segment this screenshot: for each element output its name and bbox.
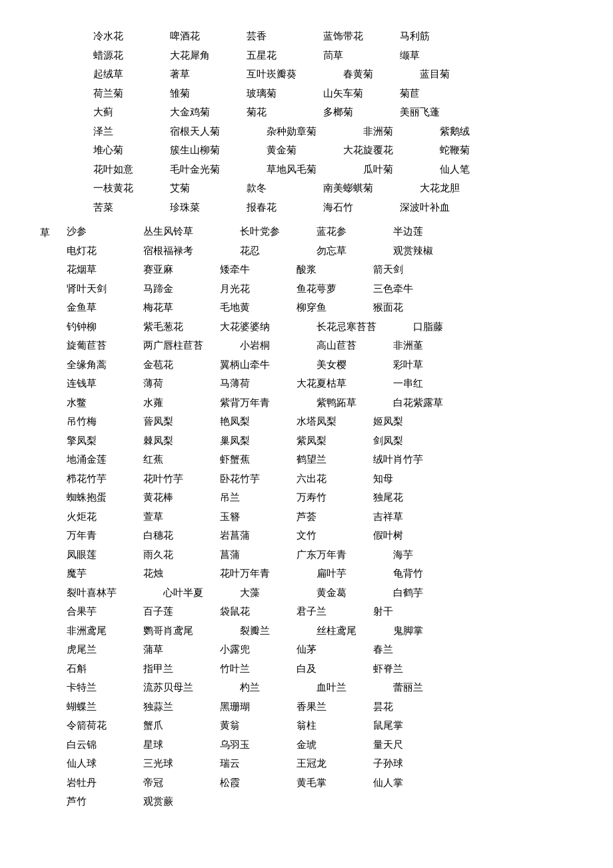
cell: 乌羽玉	[220, 735, 297, 755]
row-1-26: 令箭荷花蟹爪黄翁翁柱鼠尾掌	[67, 716, 490, 735]
cell: 毛地黄	[220, 298, 297, 317]
cell: 萱草	[143, 507, 220, 527]
cell: 茼草	[323, 46, 400, 65]
row-0-6: 堆心菊簇生山柳菊黄金菊大花旋覆花蛇鞭菊	[93, 141, 573, 160]
cell: 深波叶补血	[400, 198, 496, 217]
cell: 魔芋	[67, 564, 143, 583]
cell: 长叶党参	[240, 222, 316, 241]
row-0-9: 苦菜珍珠菜报春花海石竹深波叶补血	[93, 198, 573, 217]
cell: 白云锦	[67, 735, 143, 755]
row-1-20: 合果芋百子莲袋鼠花君子兰射干	[67, 602, 490, 621]
cell: 鬼脚掌	[393, 621, 470, 641]
cell: 赛亚麻	[143, 260, 220, 279]
cell: 彩叶草	[393, 355, 470, 375]
cell: 蓝饰带花	[323, 27, 400, 46]
cell: 电灯花	[67, 241, 143, 261]
cell: 美丽飞蓬	[400, 103, 476, 122]
cell: 三色牵牛	[373, 279, 450, 299]
cell: 知母	[373, 469, 450, 489]
cell: 大藻	[240, 583, 316, 603]
row-1-12: 地涌金莲红蕉虾蟹蕉鹤望兰绒叶肖竹芋	[67, 450, 490, 469]
row-1-0: 沙参丛生风铃草长叶党参蓝花参半边莲	[67, 222, 490, 241]
cell: 大蓟	[93, 103, 170, 122]
cell: 指甲兰	[143, 659, 220, 679]
cell: 玻璃菊	[247, 84, 323, 103]
cell: 宿根天人菊	[170, 122, 267, 141]
row-1-10: 吊竹梅蒈凤梨艳凤梨水塔凤梨姬凤梨	[67, 412, 490, 431]
cell: 蜡源花	[93, 46, 170, 65]
cell: 互叶崁瓣葵	[247, 65, 343, 84]
cell: 金琥	[297, 735, 373, 755]
cell: 猴面花	[373, 298, 450, 317]
cell: 岩菖蒲	[220, 526, 297, 545]
cell: 花忍	[240, 241, 316, 261]
cell: 火炬花	[67, 507, 143, 527]
cell: 小岩桐	[240, 336, 316, 355]
cell: 大金鸡菊	[170, 103, 247, 122]
cell: 马利筋	[400, 27, 476, 46]
cell: 薄荷	[143, 374, 220, 393]
cell: 血叶兰	[316, 678, 393, 697]
cell: 擎凤梨	[67, 431, 143, 451]
cell: 非洲菊	[363, 122, 440, 141]
cell: 金苞花	[143, 355, 220, 375]
row-1-7: 全缘角蒿金苞花翼柄山牵牛美女樱彩叶草	[67, 355, 490, 375]
cell: 南美蟛蜞菊	[323, 179, 420, 198]
cell: 堆心菊	[93, 141, 170, 160]
cell: 星球	[143, 735, 220, 755]
row-0-0: 冷水花啤酒花芸香蓝饰带花马利筋	[93, 27, 573, 46]
cell: 仙人掌	[373, 773, 450, 793]
cell: 白及	[297, 659, 373, 679]
cell: 两广唇柱苣苔	[143, 336, 240, 355]
row-0-5: 泽兰宿根天人菊杂种勋章菊非洲菊紫鹅绒	[93, 122, 573, 141]
cell: 春兰	[373, 640, 450, 659]
cell: 山矢车菊	[323, 84, 400, 103]
row-1-29: 岩牡丹帝冠松霞黄毛掌仙人掌	[67, 773, 490, 793]
cell: 量天尺	[373, 735, 450, 755]
cell: 沙参	[67, 222, 143, 241]
cell: 蓝花参	[316, 222, 393, 241]
cell: 雏菊	[170, 84, 247, 103]
cell: 菊花	[247, 103, 323, 122]
row-1-4: 金鱼草梅花草毛地黄柳穿鱼猴面花	[67, 298, 490, 317]
cell: 钓钟柳	[67, 317, 143, 337]
cell: 鹦哥肖鸢尾	[143, 621, 240, 641]
cell: 蒈凤梨	[143, 412, 220, 431]
cell: 假叶树	[373, 526, 450, 545]
cell: 缬草	[400, 46, 476, 65]
cell: 广东万年青	[297, 545, 393, 565]
row-1-2: 花烟草赛亚麻矮牵牛酸浆箭天剑	[67, 260, 490, 279]
cell: 紫毛葱花	[143, 317, 220, 337]
cell: 酸浆	[297, 260, 373, 279]
cell: 宿根福禄考	[143, 241, 240, 261]
cell: 令箭荷花	[67, 716, 143, 735]
cell: 冷水花	[93, 27, 170, 46]
cell: 吊兰	[220, 488, 297, 507]
cell: 卡特兰	[67, 678, 143, 697]
cell: 丝柱鸢尾	[316, 621, 393, 641]
row-1-25: 蝴蝶兰独蒜兰黑珊瑚香果兰昙花	[67, 697, 490, 717]
cell: 裂叶喜林芋	[67, 583, 163, 603]
cell: 红蕉	[143, 450, 220, 469]
row-1-24: 卡特兰流苏贝母兰杓兰血叶兰蕾丽兰	[67, 678, 490, 697]
cell: 高山苣苔	[316, 336, 393, 355]
cell: 苦菜	[93, 198, 170, 217]
cell: 丛生风铃草	[143, 222, 240, 241]
cell: 长花忌寒苔苔	[316, 317, 413, 337]
cell: 绒叶肖竹芋	[373, 450, 470, 469]
cell: 紫背万年青	[220, 393, 316, 413]
cell: 一串红	[393, 374, 470, 393]
cell: 款冬	[247, 179, 323, 198]
cell: 文竹	[297, 526, 373, 545]
cell: 王冠龙	[297, 754, 373, 773]
cell: 春黄菊	[343, 65, 420, 84]
cell: 美女樱	[316, 355, 393, 375]
cell: 非洲鸢尾	[67, 621, 143, 641]
cell: 瑞云	[220, 754, 297, 773]
section-label-1: 草	[40, 222, 53, 243]
cell: 艾菊	[170, 179, 247, 198]
row-1-22: 虎尾兰蒲草小露兜仙茅春兰	[67, 640, 490, 659]
cell: 大花婆婆纳	[220, 317, 316, 337]
cell: 水蕹	[143, 393, 220, 413]
cell: 杓兰	[240, 678, 316, 697]
